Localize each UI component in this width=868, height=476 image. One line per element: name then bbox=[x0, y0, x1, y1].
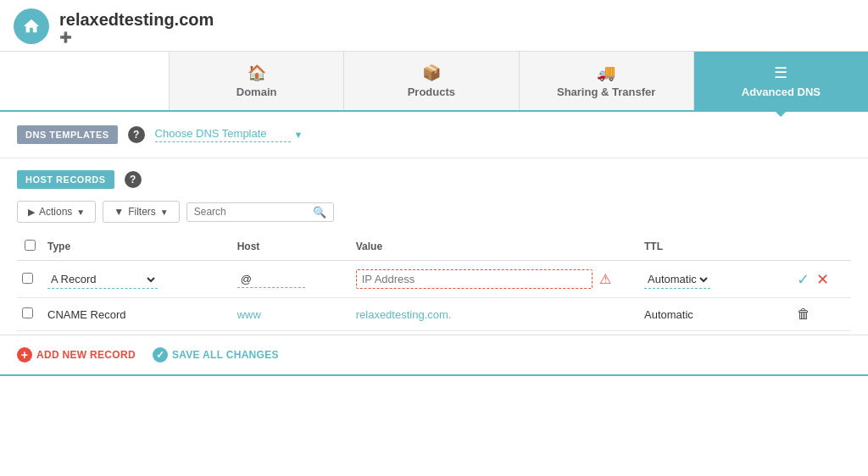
host-records-label[interactable]: HOST RECORDS bbox=[17, 170, 114, 189]
search-input[interactable] bbox=[194, 206, 313, 218]
table-wrap: Type Host Value TTL A Record bbox=[0, 233, 868, 331]
tab-advanced-dns[interactable]: ☰ Advanced DNS bbox=[694, 52, 868, 110]
search-icon: 🔍 bbox=[313, 206, 326, 219]
bottom-border bbox=[0, 374, 868, 376]
row1-value[interactable]: ⚠ bbox=[351, 261, 639, 298]
advanced-dns-tab-label: Advanced DNS bbox=[742, 86, 821, 98]
save-all-changes-button[interactable]: ✓ SAVE ALL CHANGES bbox=[153, 347, 279, 363]
tab-products[interactable]: 📦 Products bbox=[344, 52, 519, 110]
actions-dropdown-icon: ▼ bbox=[76, 208, 85, 217]
row2-value: relaxedtesting.com. bbox=[351, 298, 639, 331]
row2-checkbox[interactable] bbox=[22, 307, 33, 318]
actions-label: Actions bbox=[39, 206, 72, 218]
host-records-help-icon[interactable]: ? bbox=[125, 171, 142, 188]
dns-templates-section: DNS TEMPLATES ? Choose DNS Template ▼ bbox=[0, 112, 868, 158]
products-tab-icon: 📦 bbox=[422, 64, 441, 82]
row1-confirm-icon[interactable]: ✓ bbox=[797, 270, 810, 289]
actions-button[interactable]: ▶ Actions ▼ bbox=[17, 201, 96, 223]
row1-actions: ✓ ✕ bbox=[792, 261, 851, 298]
th-actions bbox=[792, 233, 851, 261]
filters-label: Filters bbox=[128, 206, 156, 218]
row2-type: CNAME Record bbox=[42, 298, 232, 331]
house-icon bbox=[22, 17, 41, 36]
filters-dropdown-icon: ▼ bbox=[160, 208, 169, 217]
add-new-record-button[interactable]: + ADD NEW RECORD bbox=[17, 347, 136, 363]
row2-check bbox=[17, 298, 42, 331]
host-records-table: Type Host Value TTL A Record bbox=[17, 233, 851, 331]
th-host: Host bbox=[232, 233, 351, 261]
dns-template-dropdown-icon[interactable]: ▼ bbox=[294, 130, 303, 140]
save-label: SAVE ALL CHANGES bbox=[172, 349, 279, 361]
dns-template-select-wrap[interactable]: Choose DNS Template ▼ bbox=[155, 127, 303, 142]
th-type: Type bbox=[42, 233, 232, 261]
table-row: CNAME Record www relaxedtesting.com. Aut… bbox=[17, 298, 851, 331]
sharing-tab-label: Sharing & Transfer bbox=[557, 86, 655, 98]
row1-host-input[interactable] bbox=[237, 271, 305, 288]
table-row: A Record ⚠ Automatic bbox=[17, 261, 851, 298]
row2-host: www bbox=[232, 298, 351, 331]
host-records-section: HOST RECORDS ? bbox=[0, 158, 868, 197]
row1-type-select[interactable]: A Record bbox=[47, 270, 158, 289]
tab-arrow bbox=[774, 110, 787, 117]
th-ttl: TTL bbox=[639, 233, 792, 261]
domain-icon bbox=[14, 8, 49, 44]
row1-action-buttons: ✓ ✕ bbox=[797, 270, 846, 289]
filters-button[interactable]: ▼ Filters ▼ bbox=[103, 201, 179, 223]
row1-ttl-select[interactable]: Automatic bbox=[644, 270, 710, 289]
th-value: Value bbox=[351, 233, 639, 261]
dns-template-placeholder: Choose DNS Template bbox=[155, 127, 291, 142]
row1-ttl[interactable]: Automatic bbox=[639, 261, 792, 298]
row2-actions: 🗑 bbox=[792, 298, 851, 331]
sharing-tab-icon: 🚚 bbox=[597, 64, 615, 82]
row1-host[interactable] bbox=[232, 261, 351, 298]
row1-check bbox=[17, 261, 42, 298]
row2-ttl: Automatic bbox=[639, 298, 792, 331]
advanced-dns-tab-icon: ☰ bbox=[774, 64, 787, 82]
row2-delete-icon[interactable]: 🗑 bbox=[797, 307, 810, 321]
select-all-checkbox[interactable] bbox=[25, 240, 36, 251]
play-icon: ▶ bbox=[28, 207, 35, 218]
row1-checkbox[interactable] bbox=[22, 273, 33, 284]
domain-tab-icon: 🏠 bbox=[248, 64, 266, 82]
footer-buttons: + ADD NEW RECORD ✓ SAVE ALL CHANGES bbox=[0, 335, 868, 374]
products-tab-label: Products bbox=[408, 86, 455, 98]
table-header-row: Type Host Value TTL bbox=[17, 233, 851, 261]
th-check bbox=[17, 233, 42, 261]
domain-tab-label: Domain bbox=[236, 86, 277, 98]
tab-sharing[interactable]: 🚚 Sharing & Transfer bbox=[520, 52, 694, 110]
tab-domain[interactable]: 🏠 Domain bbox=[170, 52, 344, 110]
toolbar: ▶ Actions ▼ ▼ Filters ▼ 🔍 bbox=[0, 197, 868, 233]
save-icon: ✓ bbox=[153, 347, 168, 363]
tabs-bar: 🏠 Domain 📦 Products 🚚 Sharing & Transfer… bbox=[0, 52, 868, 112]
add-icon: + bbox=[17, 347, 32, 363]
row1-value-input[interactable] bbox=[356, 269, 593, 289]
row1-cancel-icon[interactable]: ✕ bbox=[816, 270, 829, 289]
filter-icon: ▼ bbox=[114, 206, 124, 218]
dns-templates-label[interactable]: DNS TEMPLATES bbox=[17, 125, 118, 144]
search-wrap: 🔍 bbox=[186, 202, 334, 222]
tab-spacer bbox=[0, 52, 170, 110]
dns-templates-help-icon[interactable]: ? bbox=[128, 126, 145, 143]
row1-type[interactable]: A Record bbox=[42, 261, 232, 298]
warning-icon: ⚠ bbox=[599, 271, 611, 287]
add-label: ADD NEW RECORD bbox=[36, 349, 136, 361]
domain-actions[interactable]: ➕ bbox=[59, 31, 214, 43]
header: relaxedtesting.com ➕ bbox=[0, 0, 868, 52]
domain-name: relaxedtesting.com bbox=[59, 10, 214, 30]
